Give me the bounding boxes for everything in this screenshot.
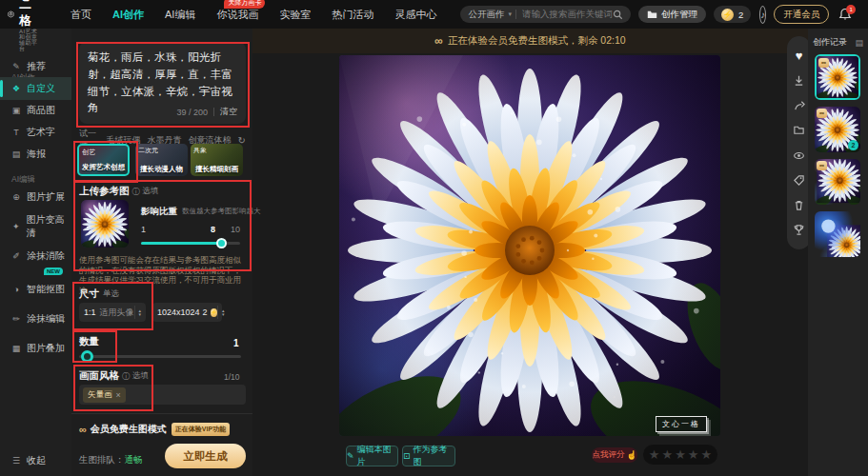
logo-icon [8, 6, 14, 23]
collect-folder-icon[interactable] [793, 124, 806, 137]
quantity-slider[interactable] [79, 355, 241, 358]
history-thumbnail[interactable]: ∞ [815, 54, 860, 100]
vip-trial-badge: 正在体验VIP功能 [172, 423, 230, 436]
sidebar-item-poster[interactable]: ▤ 海报 [0, 143, 71, 166]
sidebar-item-image-overlay[interactable]: ▦ 图片叠加 [0, 337, 71, 360]
search-icon[interactable] [613, 10, 623, 20]
star-icon[interactable]: ★ [675, 448, 686, 461]
expand-icon: ⊕ [10, 192, 22, 202]
clear-prompt-button[interactable]: 清空 [220, 106, 237, 118]
share-icon[interactable] [793, 99, 806, 112]
nav-you-say-i-draw[interactable]: 你说我画 天降万画卡 [216, 8, 258, 22]
smear-edit-icon: ✏ [10, 314, 22, 324]
coin-balance[interactable]: ⚡ 2 [714, 6, 751, 23]
app-title: 文心一格 [19, 0, 43, 27]
nav-ai-edit[interactable]: AI编辑 [165, 8, 195, 22]
nav-ai-create[interactable]: AI创作 [112, 8, 144, 22]
rate-me-badge[interactable]: 点我评分 ☝ [592, 447, 637, 463]
pointing-hand-icon: ☝ [626, 450, 636, 460]
nav-inspiration[interactable]: 灵感中心 [394, 8, 436, 22]
stepper-icon[interactable]: ▴▾ [134, 306, 142, 319]
sidebar-item-custom[interactable]: ❖ 自定义 [0, 77, 71, 100]
prompt-input[interactable]: 菊花，雨后，水珠，阳光折射，超高清，厚厚，直，丰富细节，立体派，辛烷，宇宙视角 … [79, 42, 246, 124]
stepper-icon[interactable]: ▴▾ [217, 306, 225, 319]
award-trophy-icon[interactable] [793, 224, 806, 237]
search-bar[interactable]: 公开画作 ▾ 请输入搜索画作关键词 [460, 6, 631, 23]
music-icon: ♪ [760, 10, 765, 20]
sidebar-item-smear-edit[interactable]: ✏ 涂抹编辑 [0, 307, 71, 330]
sidebar-item-image-hd[interactable]: ✦ 图片变高清 [0, 215, 71, 238]
use-as-reference-button[interactable]: ⊡ 作为参考图 [402, 446, 455, 466]
sidebar-item-smear-erase[interactable]: ✐ 涂抹消除 [0, 245, 71, 268]
generate-button[interactable]: 立即生成 [165, 444, 246, 468]
queue-status-value: 通畅 [125, 454, 143, 465]
creation-manage-button[interactable]: 创作管理 [638, 6, 706, 23]
weight-label: 影响比重 [141, 206, 177, 218]
model-option-creative[interactable]: 创艺 发挥艺术创想 [77, 144, 130, 176]
resolution-select[interactable]: 1024x1024 2 ⚡ ▴▾ [152, 303, 222, 322]
open-membership-button[interactable]: 开通会员 [774, 5, 829, 24]
star-icon[interactable]: ★ [649, 448, 660, 461]
vip-free-mode-row: ∞ 会员免费生图模式 正在体验VIP功能 [79, 423, 246, 436]
divider [213, 108, 214, 116]
app-subtitle: AI艺术和创意辅助平台 [19, 29, 43, 51]
history-thumbnail[interactable]: ∞ [815, 159, 860, 205]
generated-image[interactable] [339, 55, 720, 436]
quantity-section-header: 数量 [79, 335, 99, 348]
custom-icon: ❖ [10, 84, 22, 93]
divider [515, 10, 516, 19]
sidebar-item-image-expand[interactable]: ⊕ 图片扩展 [0, 186, 71, 208]
slider-handle[interactable] [216, 238, 227, 248]
search-category-select[interactable]: 公开画作 [468, 9, 504, 21]
preview-eye-icon[interactable] [793, 149, 806, 162]
history-thumbnail[interactable]: ∞ 2 [815, 107, 860, 152]
folder-icon [647, 10, 657, 19]
style-section-header: 画面风格 ⓘ 选填 [79, 369, 149, 383]
slider-handle[interactable] [81, 350, 93, 363]
weight-value: 8 [211, 225, 215, 234]
music-toggle-button[interactable]: ♪ [759, 6, 766, 24]
frame-icon: ⊡ [403, 451, 411, 461]
app-logo[interactable]: 文心一格 AI艺术和创意辅助平台 [8, 0, 43, 51]
favorite-icon[interactable]: ♥ [793, 49, 806, 62]
star-icon[interactable]: ★ [700, 448, 712, 461]
tag-icon[interactable] [793, 173, 806, 187]
vip-infinity-badge: ∞ [817, 109, 827, 118]
star-icon[interactable]: ★ [688, 448, 699, 461]
sidebar-item-smart-cutout[interactable]: ◑ 智能抠图 [0, 278, 71, 301]
divider [71, 413, 252, 414]
reference-image-thumbnail[interactable] [81, 200, 129, 248]
sidebar-item-product-image[interactable]: ▣ 商品图 [0, 99, 71, 122]
top-navigation-bar: 文心一格 AI艺术和创意辅助平台 首页 AI创作 AI编辑 你说我画 天降万画卡… [0, 0, 868, 29]
weight-hint: 数值越大参考图影响越大 [182, 207, 261, 216]
info-icon: ⓘ [122, 371, 130, 382]
vip-infinity-badge: ∞ [818, 58, 829, 68]
style-tag-input[interactable]: 矢量画 × [79, 385, 246, 405]
nav-hot-activities[interactable]: 热门活动 [332, 8, 373, 22]
star-icon[interactable]: ★ [662, 448, 674, 461]
sidebar-collapse-button[interactable]: ☰ 收起 [0, 449, 71, 472]
delete-trash-icon[interactable] [793, 199, 806, 212]
list-icon[interactable]: ▤ [855, 38, 863, 48]
notification-count-badge: 1 [846, 5, 856, 14]
weight-slider[interactable] [141, 242, 240, 245]
notifications-button[interactable]: 1 [838, 8, 852, 21]
nav-lab[interactable]: 实验室 [279, 8, 311, 22]
history-thumbnail[interactable] [815, 211, 860, 257]
close-icon[interactable]: × [116, 390, 121, 400]
resolution-cost: 2 [203, 307, 208, 317]
sidebar-item-recommend[interactable]: ✎ 推荐 [0, 55, 71, 78]
model-option-realistic[interactable]: 具象 擅长精细刻画 [191, 144, 243, 176]
aspect-ratio-select[interactable]: 1:1 适用头像 ▴▾ [79, 303, 146, 322]
style-counter: 1/10 [224, 372, 240, 382]
edit-image-button[interactable]: ✎ 编辑本图片 [346, 446, 398, 466]
nav-home[interactable]: 首页 [71, 8, 91, 22]
download-icon[interactable] [793, 73, 806, 87]
sidebar-item-art-text[interactable]: T 艺术字 [0, 121, 71, 144]
infinity-icon: ∞ [79, 424, 87, 435]
model-option-anime[interactable]: 二次元 擅长动漫人物 [135, 144, 188, 176]
sidebar-section-ai-edit: AI编辑 [11, 174, 35, 186]
art-text-icon: T [10, 128, 22, 137]
search-input[interactable]: 请输入搜索画作关键词 [522, 9, 613, 21]
infinity-icon: ∞ [434, 34, 443, 48]
